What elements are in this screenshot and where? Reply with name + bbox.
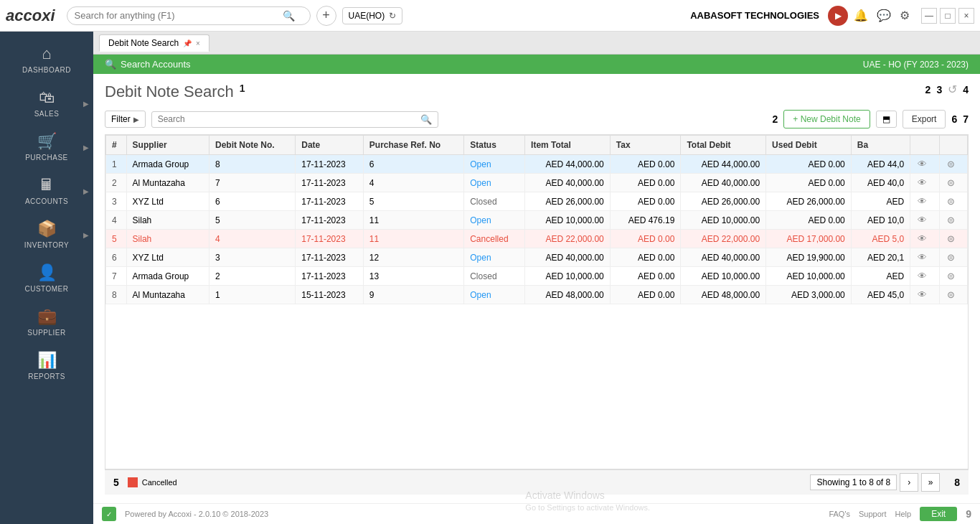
last-page-button[interactable]: »: [921, 473, 940, 492]
cell-debit-no: 4: [209, 230, 296, 248]
more-icon[interactable]: ⊜: [947, 159, 955, 169]
cell-status: Closed: [464, 267, 525, 286]
tab-pin-icon[interactable]: 📌: [183, 39, 192, 47]
cell-more-action[interactable]: ⊜: [940, 267, 968, 286]
next-page-button[interactable]: ›: [900, 473, 918, 492]
share-button[interactable]: ⬒: [876, 111, 897, 128]
user-avatar[interactable]: ▶: [828, 6, 848, 26]
view-icon[interactable]: 👁: [918, 196, 927, 207]
sidebar-item-accounts[interactable]: 🖩 ACCOUNTS ▶: [0, 169, 93, 212]
support-link[interactable]: Support: [859, 510, 887, 518]
sidebar-item-sales[interactable]: 🛍 SALES ▶: [0, 81, 93, 125]
sidebar-label-reports: REPORTS: [28, 373, 65, 380]
cell-view-action[interactable]: 👁: [910, 174, 940, 192]
badge-8: 8: [954, 477, 960, 488]
sidebar-label-purchase: PURCHASE: [25, 154, 68, 162]
close-button[interactable]: ×: [958, 8, 974, 24]
footer-links: FAQ's Support Help: [829, 510, 911, 518]
cell-more-action[interactable]: ⊜: [940, 174, 968, 192]
sidebar-item-reports[interactable]: 📊 REPORTS: [0, 344, 93, 388]
col-debit-note-no: Debit Note No.: [209, 136, 296, 155]
bell-icon[interactable]: 🔔: [854, 9, 868, 22]
exit-button[interactable]: Exit: [920, 507, 957, 521]
cell-supplier: Al Muntazaha: [126, 286, 209, 304]
sidebar-item-supplier[interactable]: 💼 SUPPLIER: [0, 300, 93, 344]
table-row[interactable]: 4 Silah 5 17-11-2023 11 Open AED 10,000.…: [106, 211, 968, 230]
reload-icon[interactable]: ↺: [948, 83, 957, 96]
col-date: Date: [296, 136, 364, 155]
table-row[interactable]: 1 Armada Group 8 17-11-2023 6 Open AED 4…: [106, 155, 968, 174]
new-debit-note-button[interactable]: + New Debit Note: [783, 110, 870, 128]
cell-status: Closed: [464, 192, 525, 211]
export-button[interactable]: Export: [903, 110, 946, 128]
tab-debit-note-search[interactable]: Debit Note Search 📌 ×: [99, 34, 209, 52]
faq-link[interactable]: FAQ's: [829, 510, 850, 518]
table-search-field[interactable]: 🔍: [151, 111, 438, 128]
add-button[interactable]: +: [316, 6, 336, 26]
table-row[interactable]: 3 XYZ Ltd 6 17-11-2023 5 Closed AED 26,0…: [106, 192, 968, 211]
table-row[interactable]: 5 Silah 4 17-11-2023 11 Cancelled AED 22…: [106, 230, 968, 248]
help-link[interactable]: Help: [895, 510, 912, 518]
cell-total-debit: AED 22,000.00: [681, 230, 766, 248]
filter-button[interactable]: Filter ▶: [105, 111, 146, 128]
more-icon[interactable]: ⊜: [947, 271, 955, 281]
cell-view-action[interactable]: 👁: [910, 211, 940, 230]
cell-view-action[interactable]: 👁: [910, 155, 940, 174]
table-row[interactable]: 6 XYZ Ltd 3 17-11-2023 12 Open AED 40,00…: [106, 248, 968, 267]
maximize-button[interactable]: □: [940, 8, 956, 24]
cell-date: 17-11-2023: [296, 248, 364, 267]
sidebar-item-inventory[interactable]: 📦 INVENTORY ▶: [0, 212, 93, 256]
cell-total-debit: AED 40,000.00: [681, 248, 766, 267]
view-icon[interactable]: 👁: [918, 177, 927, 188]
cell-view-action[interactable]: 👁: [910, 248, 940, 267]
global-search-bar[interactable]: 🔍: [67, 6, 311, 25]
sidebar-item-customer[interactable]: 👤 CUSTOMER: [0, 256, 93, 300]
badge-3: 3: [936, 84, 942, 95]
tab-close-icon[interactable]: ×: [196, 39, 200, 47]
company-selector[interactable]: UAE(HO) ↻: [342, 7, 403, 24]
company-refresh-icon[interactable]: ↻: [389, 11, 396, 21]
cell-balance: AED: [851, 267, 910, 286]
sidebar-item-purchase[interactable]: 🛒 PURCHASE ▶: [0, 125, 93, 169]
table-row[interactable]: 7 Armada Group 2 17-11-2023 13 Closed AE…: [106, 267, 968, 286]
search-input[interactable]: [75, 10, 283, 21]
more-icon[interactable]: ⊜: [947, 196, 955, 207]
more-icon[interactable]: ⊜: [947, 215, 955, 225]
cell-view-action[interactable]: 👁: [910, 267, 940, 286]
settings-icon[interactable]: ⚙: [900, 9, 910, 22]
more-icon[interactable]: ⊜: [947, 177, 955, 188]
cell-tax: AED 0.00: [610, 192, 681, 211]
more-icon[interactable]: ⊜: [947, 233, 955, 244]
view-icon[interactable]: 👁: [918, 289, 927, 300]
cell-more-action[interactable]: ⊜: [940, 211, 968, 230]
view-icon[interactable]: 👁: [918, 233, 927, 244]
view-icon[interactable]: 👁: [918, 252, 927, 263]
cell-num: 6: [106, 248, 127, 267]
cell-more-action[interactable]: ⊜: [940, 155, 968, 174]
cell-num: 1: [106, 155, 127, 174]
minimize-button[interactable]: —: [921, 8, 937, 24]
cell-more-action[interactable]: ⊜: [940, 286, 968, 304]
cell-more-action[interactable]: ⊜: [940, 192, 968, 211]
col-balance: Ba: [851, 136, 910, 155]
purchase-icon: 🛒: [37, 132, 57, 151]
cell-view-action[interactable]: 👁: [910, 286, 940, 304]
view-icon[interactable]: 👁: [918, 271, 927, 281]
view-icon[interactable]: 👁: [918, 159, 927, 169]
cell-item-total: AED 26,000.00: [525, 192, 611, 211]
more-icon[interactable]: ⊜: [947, 289, 955, 300]
table-row[interactable]: 8 Al Muntazaha 1 15-11-2023 9 Open AED 4…: [106, 286, 968, 304]
cell-more-action[interactable]: ⊜: [940, 248, 968, 267]
table-search-input[interactable]: [158, 114, 420, 124]
cell-view-action[interactable]: 👁: [910, 192, 940, 211]
cell-item-total: AED 10,000.00: [525, 211, 611, 230]
table-search-icon[interactable]: 🔍: [420, 114, 432, 125]
message-icon[interactable]: 💬: [877, 9, 891, 22]
table-row[interactable]: 2 Al Muntazaha 7 17-11-2023 4 Open AED 4…: [106, 174, 968, 192]
cell-total-debit: AED 10,000.00: [681, 211, 766, 230]
cell-more-action[interactable]: ⊜: [940, 230, 968, 248]
more-icon[interactable]: ⊜: [947, 252, 955, 263]
sidebar-item-dashboard[interactable]: ⌂ DASHBOARD: [0, 37, 93, 81]
cell-view-action[interactable]: 👁: [910, 230, 940, 248]
view-icon[interactable]: 👁: [918, 215, 927, 225]
